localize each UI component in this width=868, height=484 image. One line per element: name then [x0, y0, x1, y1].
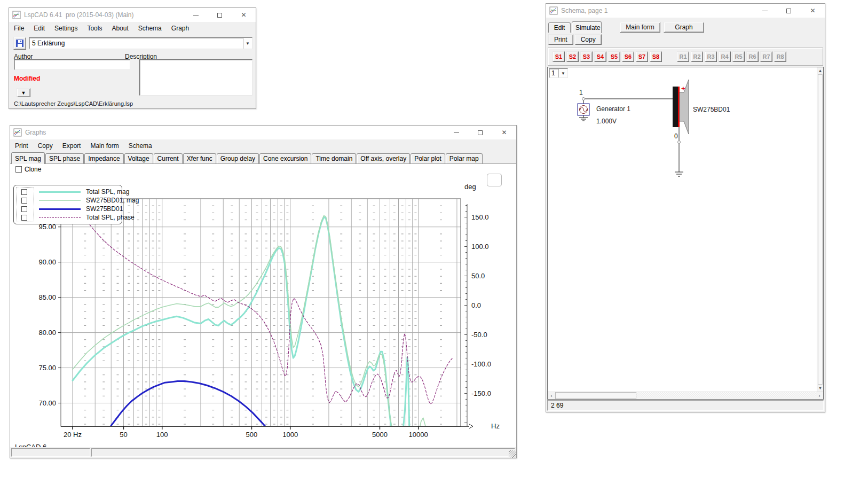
menu-about[interactable]: About	[107, 24, 133, 33]
close-icon[interactable]: ✕	[801, 4, 825, 18]
s6-button[interactable]: S6	[622, 51, 634, 62]
schema-titlebar[interactable]: Schema, page 1 ✕	[546, 4, 825, 18]
legend-label: SW275BD01	[86, 205, 123, 213]
tab-polar-plot[interactable]: Polar plot	[411, 153, 445, 163]
tab-edit[interactable]: Edit	[548, 22, 571, 33]
desktop: { "main_window": { "title": "LspCAD 6.41…	[0, 0, 868, 484]
chevron-down-icon[interactable]: ▼	[243, 38, 252, 49]
r5-button[interactable]: R5	[732, 51, 745, 62]
legend-checkbox-total-spl-mag[interactable]	[21, 189, 27, 195]
graphs-statusbar	[10, 447, 516, 458]
minimize-icon[interactable]	[753, 4, 777, 18]
horizontal-scrollbar[interactable]: ‹ ›	[548, 392, 823, 399]
tab-group-delay[interactable]: Group delay	[217, 153, 259, 163]
tab-time-domain[interactable]: Time domain	[312, 153, 356, 163]
menu-export[interactable]: Export	[58, 141, 86, 151]
scroll-down-icon[interactable]: ▼	[817, 385, 823, 392]
node-1-marker	[582, 98, 585, 100]
tab-current[interactable]: Current	[154, 153, 183, 163]
maximize-icon[interactable]	[208, 8, 232, 22]
scroll-right-icon[interactable]: ›	[816, 392, 823, 399]
menu-settings[interactable]: Settings	[50, 24, 82, 33]
expand-button[interactable]: ▼	[17, 88, 30, 97]
s8-button[interactable]: S8	[650, 51, 662, 62]
main-titlebar[interactable]: LspCAD 6.41 pro (2015-04-03) (Main) ✕	[9, 8, 256, 22]
s2-button[interactable]: S2	[566, 51, 579, 62]
project-selector-value: 5 Erklärung	[29, 40, 243, 47]
r4-button[interactable]: R4	[719, 51, 731, 62]
close-icon[interactable]: ✕	[232, 8, 256, 22]
x-axis-arrow	[469, 424, 473, 428]
menu-schema[interactable]: Schema	[124, 141, 157, 151]
svg-text:-50.0: -50.0	[471, 331, 487, 339]
scroll-up-icon[interactable]: ▲	[817, 67, 823, 74]
description-field[interactable]	[139, 59, 252, 96]
r7-button[interactable]: R7	[760, 51, 772, 62]
menu-edit[interactable]: Edit	[29, 24, 50, 33]
s3-button[interactable]: S3	[580, 51, 593, 62]
graph-button[interactable]: Graph	[664, 22, 704, 33]
horizontal-scroll-track[interactable]	[636, 392, 816, 399]
tab-off-axis-overlay[interactable]: Off axis, overlay	[357, 153, 410, 163]
minimize-icon[interactable]	[184, 8, 208, 22]
vertical-scroll-thumb[interactable]	[818, 74, 823, 385]
driver-label: SW275BD01	[693, 106, 730, 113]
tab-spl-mag[interactable]: SPL mag	[11, 152, 45, 164]
s7-button[interactable]: S7	[636, 51, 648, 62]
r1-button[interactable]: R1	[677, 51, 689, 62]
svg-text:100.0: 100.0	[471, 243, 489, 251]
tab-cone-excursion[interactable]: Cone excursion	[259, 153, 311, 163]
tab-voltage[interactable]: Voltage	[124, 153, 153, 163]
horizontal-scroll-thumb[interactable]	[555, 392, 636, 399]
speaker-icon[interactable]	[673, 80, 689, 134]
legend-checkbox-sw275bd01[interactable]	[21, 206, 27, 212]
vertical-scrollbar[interactable]: ▲ ▼	[817, 67, 823, 392]
maximize-icon[interactable]	[468, 126, 492, 139]
s4-button[interactable]: S4	[594, 51, 606, 62]
author-field[interactable]	[14, 59, 130, 70]
scroll-left-icon[interactable]: ‹	[548, 392, 555, 399]
minimize-icon[interactable]	[444, 126, 468, 139]
svg-text:75.00: 75.00	[38, 364, 56, 372]
schematic-canvas[interactable]: 1 ▼ 1	[547, 67, 824, 400]
svg-text:150.0: 150.0	[471, 213, 489, 221]
maximize-icon[interactable]	[777, 4, 801, 18]
chevron-down-icon[interactable]: ▼	[558, 69, 567, 77]
menu-main-form[interactable]: Main form	[85, 141, 123, 151]
r2-button[interactable]: R2	[691, 51, 703, 62]
menu-tools[interactable]: Tools	[82, 24, 107, 33]
close-icon[interactable]: ✕	[492, 126, 516, 139]
tab-spl-phase[interactable]: SPL phase	[45, 153, 84, 163]
save-button[interactable]	[13, 37, 26, 50]
project-selector[interactable]: 5 Erklärung ▼	[29, 37, 252, 49]
generator-icon[interactable]	[578, 104, 589, 121]
app-icon	[12, 11, 21, 19]
r3-button[interactable]: R3	[705, 51, 717, 62]
tab-polar-map[interactable]: Polar map	[446, 153, 483, 163]
main-form-button[interactable]: Main form	[620, 22, 660, 33]
s1-button[interactable]: S1	[553, 51, 565, 62]
tab-impedance[interactable]: Impedance	[84, 153, 123, 163]
tab-xfer-func[interactable]: Xfer func	[183, 153, 216, 163]
r8-button[interactable]: R8	[774, 51, 786, 62]
menu-schema[interactable]: Schema	[133, 24, 167, 33]
menu-print[interactable]: Print	[10, 141, 33, 151]
s5-button[interactable]: S5	[608, 51, 620, 62]
menu-file[interactable]: File	[9, 24, 29, 33]
svg-text:10000: 10000	[409, 431, 428, 439]
r6-button[interactable]: R6	[746, 51, 759, 62]
print-button[interactable]: Print	[548, 34, 573, 45]
tab-simulate[interactable]: Simulate	[572, 21, 602, 33]
legend-checkbox-total-spl-phase[interactable]	[21, 215, 27, 221]
page-selector[interactable]: 1 ▼	[549, 68, 568, 78]
menu-graph[interactable]: Graph	[167, 24, 194, 33]
legend-line-sample	[39, 208, 81, 210]
resize-grip[interactable]	[509, 450, 516, 458]
menu-copy[interactable]: Copy	[33, 141, 58, 151]
color-box[interactable]	[487, 174, 502, 186]
clone-checkbox[interactable]	[15, 166, 22, 173]
copy-button[interactable]: Copy	[575, 34, 602, 45]
legend-checkbox-sw275bd01-mag[interactable]	[21, 198, 27, 204]
modified-badge: Modified	[14, 75, 40, 82]
graphs-titlebar[interactable]: Graphs ✕	[10, 126, 516, 139]
